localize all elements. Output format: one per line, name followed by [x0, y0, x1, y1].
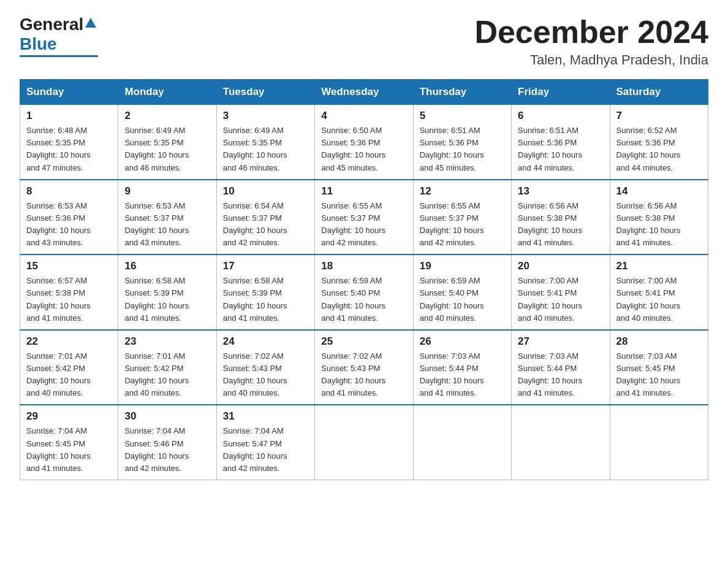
day-number: 4 [321, 110, 406, 122]
calendar-cell: 13 Sunrise: 6:56 AMSunset: 5:38 PMDaylig… [512, 180, 610, 255]
weekday-header-thursday: Thursday [413, 80, 511, 105]
logo-triangle-icon [84, 17, 97, 30]
calendar-cell: 20 Sunrise: 7:00 AMSunset: 5:41 PMDaylig… [512, 255, 610, 330]
day-info: Sunrise: 6:50 AMSunset: 5:36 PMDaylight:… [321, 126, 385, 172]
day-number: 14 [616, 185, 702, 197]
calendar-cell: 18 Sunrise: 6:59 AMSunset: 5:40 PMDaylig… [315, 255, 413, 330]
calendar-table: SundayMondayTuesdayWednesdayThursdayFrid… [20, 79, 708, 480]
weekday-header-monday: Monday [118, 80, 216, 105]
day-info: Sunrise: 7:01 AMSunset: 5:42 PMDaylight:… [124, 351, 189, 397]
day-number: 11 [321, 185, 406, 197]
calendar-cell: 28 Sunrise: 7:03 AMSunset: 5:45 PMDaylig… [610, 330, 708, 405]
day-info: Sunrise: 7:02 AMSunset: 5:43 PMDaylight:… [321, 351, 385, 397]
day-number: 31 [223, 410, 308, 423]
calendar-cell: 29 Sunrise: 7:04 AMSunset: 5:45 PMDaylig… [20, 405, 118, 480]
calendar-cell: 1 Sunrise: 6:48 AMSunset: 5:35 PMDayligh… [20, 105, 118, 180]
day-info: Sunrise: 7:02 AMSunset: 5:43 PMDaylight:… [223, 351, 287, 397]
logo-general: General [20, 15, 83, 34]
weekday-header-friday: Friday [512, 80, 610, 105]
day-info: Sunrise: 6:49 AMSunset: 5:35 PMDaylight:… [223, 126, 287, 172]
calendar-cell: 24 Sunrise: 7:02 AMSunset: 5:43 PMDaylig… [216, 330, 314, 405]
day-number: 19 [420, 260, 505, 272]
calendar-week-row: 22 Sunrise: 7:01 AMSunset: 5:42 PMDaylig… [20, 330, 708, 405]
weekday-header-saturday: Saturday [610, 80, 708, 105]
weekday-header-wednesday: Wednesday [315, 80, 413, 105]
day-info: Sunrise: 7:01 AMSunset: 5:42 PMDaylight:… [26, 351, 91, 397]
calendar-title: December 2024 [474, 15, 708, 50]
weekday-header-sunday: Sunday [20, 80, 118, 105]
calendar-cell: 27 Sunrise: 7:03 AMSunset: 5:44 PMDaylig… [512, 330, 610, 405]
day-info: Sunrise: 6:56 AMSunset: 5:38 PMDaylight:… [518, 201, 582, 247]
day-number: 8 [26, 185, 112, 197]
day-number: 1 [26, 110, 112, 122]
day-info: Sunrise: 7:04 AMSunset: 5:46 PMDaylight:… [124, 426, 189, 472]
day-info: Sunrise: 6:53 AMSunset: 5:36 PMDaylight:… [26, 201, 91, 247]
day-info: Sunrise: 6:56 AMSunset: 5:38 PMDaylight:… [616, 201, 681, 247]
day-number: 29 [26, 410, 112, 423]
logo-text: General [20, 15, 98, 34]
calendar-cell: 19 Sunrise: 6:59 AMSunset: 5:40 PMDaylig… [413, 255, 511, 330]
day-info: Sunrise: 7:00 AMSunset: 5:41 PMDaylight:… [616, 276, 681, 322]
day-info: Sunrise: 7:03 AMSunset: 5:45 PMDaylight:… [616, 351, 681, 397]
calendar-week-row: 15 Sunrise: 6:57 AMSunset: 5:38 PMDaylig… [20, 255, 708, 330]
calendar-cell: 30 Sunrise: 7:04 AMSunset: 5:46 PMDaylig… [118, 405, 216, 480]
day-number: 6 [518, 110, 603, 122]
day-info: Sunrise: 6:59 AMSunset: 5:40 PMDaylight:… [321, 276, 385, 322]
day-info: Sunrise: 6:54 AMSunset: 5:37 PMDaylight:… [223, 201, 287, 247]
calendar-cell: 15 Sunrise: 6:57 AMSunset: 5:38 PMDaylig… [20, 255, 118, 330]
day-number: 30 [124, 410, 210, 423]
day-info: Sunrise: 7:04 AMSunset: 5:45 PMDaylight:… [26, 426, 91, 472]
calendar-cell [315, 405, 413, 480]
calendar-cell: 16 Sunrise: 6:58 AMSunset: 5:39 PMDaylig… [118, 255, 216, 330]
day-info: Sunrise: 6:59 AMSunset: 5:40 PMDaylight:… [420, 276, 484, 322]
day-number: 12 [420, 185, 505, 197]
day-number: 21 [616, 260, 702, 272]
day-number: 28 [616, 335, 702, 348]
day-info: Sunrise: 6:58 AMSunset: 5:39 PMDaylight:… [124, 276, 189, 322]
calendar-cell: 22 Sunrise: 7:01 AMSunset: 5:42 PMDaylig… [20, 330, 118, 405]
calendar-cell: 31 Sunrise: 7:04 AMSunset: 5:47 PMDaylig… [216, 405, 314, 480]
day-number: 9 [124, 185, 210, 197]
calendar-week-row: 1 Sunrise: 6:48 AMSunset: 5:35 PMDayligh… [20, 105, 708, 180]
day-number: 18 [321, 260, 406, 272]
calendar-subtitle: Talen, Madhya Pradesh, India [474, 52, 708, 68]
calendar-cell: 5 Sunrise: 6:51 AMSunset: 5:36 PMDayligh… [413, 105, 511, 180]
calendar-cell: 12 Sunrise: 6:55 AMSunset: 5:37 PMDaylig… [413, 180, 511, 255]
calendar-cell: 17 Sunrise: 6:58 AMSunset: 5:39 PMDaylig… [216, 255, 314, 330]
day-info: Sunrise: 6:52 AMSunset: 5:36 PMDaylight:… [616, 126, 681, 172]
day-number: 2 [124, 110, 210, 122]
day-info: Sunrise: 7:03 AMSunset: 5:44 PMDaylight:… [420, 351, 484, 397]
day-number: 27 [518, 335, 603, 348]
calendar-cell: 9 Sunrise: 6:53 AMSunset: 5:37 PMDayligh… [118, 180, 216, 255]
calendar-cell: 23 Sunrise: 7:01 AMSunset: 5:42 PMDaylig… [118, 330, 216, 405]
day-number: 16 [124, 260, 210, 272]
svg-marker-0 [85, 18, 96, 28]
day-number: 5 [420, 110, 505, 122]
day-info: Sunrise: 7:00 AMSunset: 5:41 PMDaylight:… [518, 276, 582, 322]
logo: General Blue [20, 15, 98, 57]
day-info: Sunrise: 6:57 AMSunset: 5:38 PMDaylight:… [26, 276, 91, 322]
day-number: 17 [223, 260, 308, 272]
calendar-cell [512, 405, 610, 480]
day-info: Sunrise: 6:55 AMSunset: 5:37 PMDaylight:… [420, 201, 484, 247]
calendar-cell [610, 405, 708, 480]
calendar-cell: 3 Sunrise: 6:49 AMSunset: 5:35 PMDayligh… [216, 105, 314, 180]
calendar-cell: 10 Sunrise: 6:54 AMSunset: 5:37 PMDaylig… [216, 180, 314, 255]
calendar-week-row: 8 Sunrise: 6:53 AMSunset: 5:36 PMDayligh… [20, 180, 708, 255]
day-info: Sunrise: 6:51 AMSunset: 5:36 PMDaylight:… [518, 126, 582, 172]
logo-underline [20, 55, 98, 57]
calendar-cell: 25 Sunrise: 7:02 AMSunset: 5:43 PMDaylig… [315, 330, 413, 405]
day-info: Sunrise: 6:49 AMSunset: 5:35 PMDaylight:… [124, 126, 189, 172]
day-info: Sunrise: 6:55 AMSunset: 5:37 PMDaylight:… [321, 201, 385, 247]
day-number: 7 [616, 110, 702, 122]
day-number: 3 [223, 110, 308, 122]
day-number: 26 [420, 335, 505, 348]
calendar-cell: 4 Sunrise: 6:50 AMSunset: 5:36 PMDayligh… [315, 105, 413, 180]
calendar-cell: 11 Sunrise: 6:55 AMSunset: 5:37 PMDaylig… [315, 180, 413, 255]
day-number: 22 [26, 335, 112, 348]
day-number: 25 [321, 335, 406, 348]
day-info: Sunrise: 6:51 AMSunset: 5:36 PMDaylight:… [420, 126, 484, 172]
calendar-week-row: 29 Sunrise: 7:04 AMSunset: 5:45 PMDaylig… [20, 405, 708, 480]
title-area: December 2024 Talen, Madhya Pradesh, Ind… [474, 15, 708, 68]
weekday-header-tuesday: Tuesday [216, 80, 314, 105]
